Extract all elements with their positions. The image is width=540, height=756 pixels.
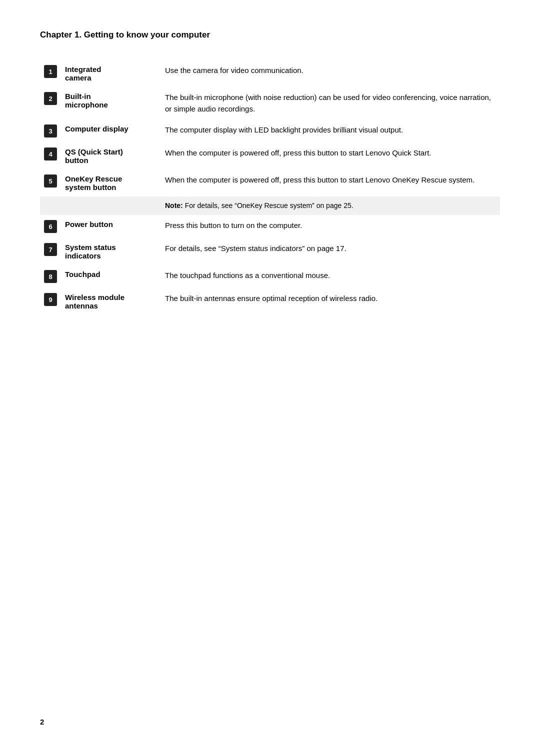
note-text: Note: For details, see “OneKey Rescue sy… (161, 196, 500, 215)
item-description: The touchpad functions as a conventional… (161, 265, 500, 288)
item-name: QS (Quick Start)button (61, 142, 161, 170)
item-description: When the computer is powered off, press … (161, 142, 500, 170)
table-row: 7System statusindicatorsFor details, see… (40, 238, 500, 265)
item-badge: 6 (44, 220, 57, 233)
table-row: 2Built-inmicrophoneThe built-in micropho… (40, 87, 500, 120)
item-description: For details, see “System status indicato… (161, 238, 500, 265)
item-description: The built-in microphone (with noise redu… (161, 87, 500, 120)
table-row: 6Power buttonPress this button to turn o… (40, 215, 500, 238)
item-badge: 9 (44, 293, 57, 306)
note-row: Note: For details, see “OneKey Rescue sy… (40, 196, 500, 215)
table-row: 9Wireless moduleantennasThe built-in ant… (40, 288, 500, 315)
item-name: Power button (61, 215, 161, 238)
item-badge: 2 (44, 92, 57, 105)
page-number: 2 (40, 718, 44, 726)
item-description: Press this button to turn on the compute… (161, 215, 500, 238)
item-name: Integratedcamera (61, 60, 161, 87)
item-name: Built-inmicrophone (61, 87, 161, 120)
item-badge: 5 (44, 174, 57, 188)
items-table: 1IntegratedcameraUse the camera for vide… (40, 60, 500, 315)
item-name: Touchpad (61, 265, 161, 288)
item-description: The built-in antennas ensure optimal rec… (161, 288, 500, 315)
item-description: Use the camera for video communication. (161, 60, 500, 87)
table-row: 5OneKey Rescuesystem buttonWhen the comp… (40, 170, 500, 196)
item-badge: 1 (44, 65, 57, 78)
table-row: 4QS (Quick Start)buttonWhen the computer… (40, 142, 500, 170)
table-row: 8TouchpadThe touchpad functions as a con… (40, 265, 500, 288)
item-badge: 4 (44, 148, 57, 160)
table-row: 1IntegratedcameraUse the camera for vide… (40, 60, 500, 87)
item-badge: 8 (44, 270, 57, 283)
chapter-title: Chapter 1. Getting to know your computer (40, 30, 500, 40)
item-name: Computer display (61, 120, 161, 142)
item-badge: 7 (44, 243, 57, 256)
item-name: System statusindicators (61, 238, 161, 265)
table-row: 3Computer displayThe computer display wi… (40, 120, 500, 142)
item-description: The computer display with LED backlight … (161, 120, 500, 142)
item-name: Wireless moduleantennas (61, 288, 161, 315)
item-description: When the computer is powered off, press … (161, 170, 500, 196)
item-name: OneKey Rescuesystem button (61, 170, 161, 196)
item-badge: 3 (44, 124, 57, 138)
